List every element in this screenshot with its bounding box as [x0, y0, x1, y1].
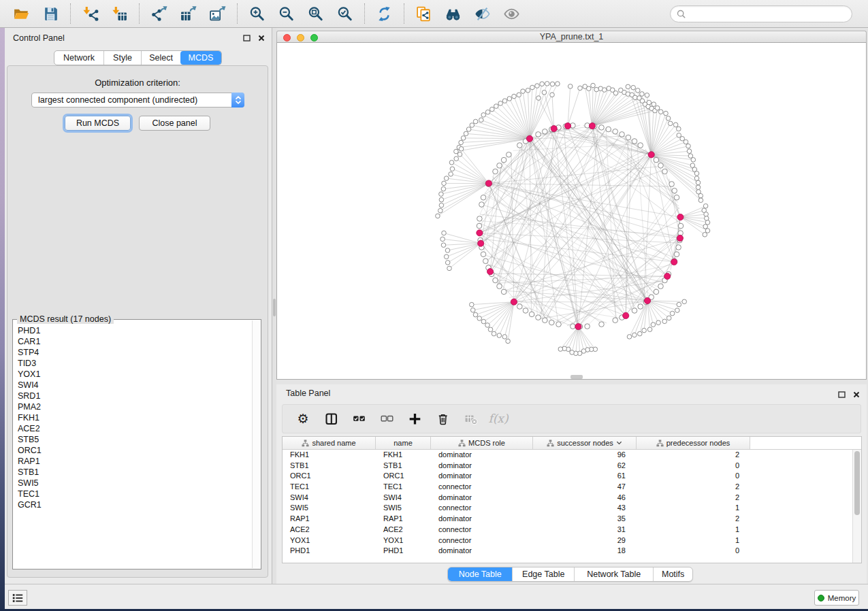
save-session-button[interactable]: [42, 5, 60, 23]
minimize-window-icon[interactable]: [297, 34, 304, 42]
close-panel-icon[interactable]: [257, 34, 265, 42]
close-panel-icon[interactable]: [852, 391, 860, 398]
tab-edge-table[interactable]: Edge Table: [512, 567, 574, 581]
mcds-result-item[interactable]: STB5: [14, 434, 252, 445]
table-cell[interactable]: 2: [637, 493, 750, 503]
column-header-predecessor-nodes[interactable]: predecessor nodes: [637, 437, 750, 449]
zoom-window-icon[interactable]: [310, 34, 318, 42]
column-header-shared-name[interactable]: shared name: [283, 437, 376, 449]
mcds-result-item[interactable]: STB1: [14, 467, 252, 478]
table-cell[interactable]: ACE2: [376, 525, 431, 535]
close-window-icon[interactable]: [283, 34, 291, 42]
table-cell[interactable]: 1: [637, 535, 750, 546]
table-row[interactable]: YOX1YOX1connector291: [283, 535, 852, 546]
mcds-result-item[interactable]: SRD1: [14, 391, 252, 401]
tab-node-table[interactable]: Node Table: [448, 567, 512, 581]
export-network-button[interactable]: [150, 5, 168, 23]
table-cell[interactable]: 29: [533, 535, 637, 546]
table-cell[interactable]: SWI4: [376, 493, 431, 503]
search-box[interactable]: [670, 5, 852, 22]
add-column-button[interactable]: [408, 412, 421, 426]
run-mcds-button[interactable]: Run MCDS: [65, 116, 131, 131]
table-cell[interactable]: dominator: [431, 461, 533, 472]
mcds-result-item[interactable]: SWI5: [14, 478, 252, 489]
mcds-result-list[interactable]: PHD1CAR1STP4TID3YOX1SWI4SRD1PMA2FKH1ACE2…: [14, 325, 252, 568]
table-cell[interactable]: TEC1: [376, 482, 431, 493]
table-cell[interactable]: YOX1: [283, 535, 376, 546]
export-image-button[interactable]: [208, 5, 227, 23]
delete-columns-button[interactable]: [436, 412, 449, 426]
close-panel-button[interactable]: Close panel: [139, 116, 210, 131]
table-cell[interactable]: connector: [431, 482, 533, 493]
table-row[interactable]: STB1STB1dominator620: [283, 461, 852, 472]
mcds-result-item[interactable]: TID3: [14, 358, 252, 369]
table-scrollbar-thumb[interactable]: [854, 451, 860, 515]
table-cell[interactable]: 1: [637, 503, 750, 514]
table-row[interactable]: ACE2ACE2connector311: [283, 525, 852, 535]
table-cell[interactable]: RAP1: [283, 514, 376, 525]
table-cell[interactable]: FKH1: [376, 450, 431, 461]
table-row[interactable]: RAP1RAP1dominator352: [283, 514, 852, 525]
task-history-button[interactable]: [8, 590, 27, 606]
splitter-grip[interactable]: [273, 299, 276, 316]
mcds-result-item[interactable]: PMA2: [14, 401, 252, 412]
table-cell[interactable]: 43: [533, 503, 637, 514]
float-panel-icon[interactable]: [243, 34, 251, 42]
show-all-button[interactable]: [502, 5, 521, 23]
table-cell[interactable]: 0: [637, 546, 750, 557]
table-scrollbar[interactable]: [852, 450, 861, 563]
zoom-in-button[interactable]: [248, 5, 266, 23]
mcds-result-item[interactable]: YOX1: [14, 369, 252, 380]
table-cell[interactable]: ORC1: [283, 471, 376, 482]
table-cell[interactable]: ORC1: [376, 471, 431, 482]
network-graph[interactable]: [277, 43, 866, 378]
import-table-from-file-button[interactable]: [110, 5, 129, 23]
table-cell[interactable]: STB1: [283, 461, 376, 472]
table-cell[interactable]: PHD1: [376, 546, 431, 557]
table-cell[interactable]: PHD1: [283, 546, 376, 557]
mcds-result-item[interactable]: FKH1: [14, 412, 252, 423]
table-cell[interactable]: ACE2: [283, 525, 376, 535]
table-cell[interactable]: 35: [533, 514, 637, 525]
table-row[interactable]: TEC1TEC1connector472: [283, 482, 852, 493]
table-cell[interactable]: 2: [637, 450, 750, 461]
show-columns-button[interactable]: [324, 412, 338, 426]
tab-mcds[interactable]: MCDS: [180, 51, 221, 65]
table-cell[interactable]: 31: [533, 525, 637, 535]
zoom-fit-content-button[interactable]: [306, 5, 325, 23]
new-network-from-selection-button[interactable]: [415, 5, 433, 23]
table-row[interactable]: ORC1ORC1dominator610: [283, 471, 852, 482]
table-cell[interactable]: SWI5: [283, 503, 376, 514]
first-neighbors-button[interactable]: [444, 5, 462, 23]
zoom-out-button[interactable]: [277, 5, 295, 23]
table-cell[interactable]: dominator: [431, 450, 533, 461]
mcds-result-item[interactable]: SWI4: [14, 380, 252, 391]
table-settings-button[interactable]: ⚙: [296, 412, 310, 426]
mcds-result-item[interactable]: ORC1: [14, 445, 252, 456]
float-panel-icon[interactable]: [838, 391, 846, 398]
table-cell[interactable]: 1: [637, 525, 750, 535]
network-window-titlebar[interactable]: YPA_prune.txt_1: [276, 31, 867, 43]
table-cell[interactable]: dominator: [431, 471, 533, 482]
tab-select[interactable]: Select: [141, 51, 180, 65]
list-scrollbar[interactable]: [252, 320, 260, 568]
table-cell[interactable]: dominator: [431, 493, 533, 503]
table-cell[interactable]: connector: [431, 525, 533, 535]
apply-preferred-layout-button[interactable]: [375, 5, 393, 23]
column-header-successor-nodes[interactable]: successor nodes: [533, 437, 637, 449]
table-cell[interactable]: 96: [533, 450, 637, 461]
column-header-name[interactable]: name: [376, 437, 431, 449]
column-header-MCDS-role[interactable]: MCDS role: [431, 437, 533, 449]
table-cell[interactable]: connector: [431, 535, 533, 546]
table-cell[interactable]: 18: [533, 546, 637, 557]
select-all-rows-button[interactable]: [352, 412, 366, 426]
table-cell[interactable]: dominator: [431, 514, 533, 525]
table-cell[interactable]: connector: [431, 503, 533, 514]
table-cell[interactable]: FKH1: [283, 450, 376, 461]
table-row[interactable]: SWI5SWI5connector431: [283, 503, 852, 514]
mcds-result-item[interactable]: TEC1: [14, 489, 252, 499]
table-row[interactable]: SWI4SWI4dominator462: [283, 493, 852, 503]
open-session-button[interactable]: [12, 5, 31, 23]
search-input[interactable]: [686, 7, 852, 20]
splitter-grip-horizontal[interactable]: [570, 375, 583, 379]
